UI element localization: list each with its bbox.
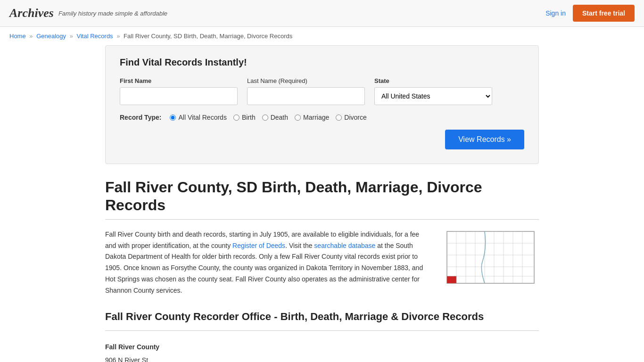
- view-records-button[interactable]: View Records »: [445, 130, 524, 149]
- breadcrumb-vital-records[interactable]: Vital Records: [77, 33, 113, 40]
- content-area: Fall River County birth and death record…: [105, 229, 539, 296]
- search-btn-row: View Records »: [120, 130, 524, 149]
- page-title: Fall River County, SD Birth, Death, Marr…: [105, 178, 539, 214]
- searchable-database-link[interactable]: searchable database: [314, 242, 375, 249]
- record-type-radio-group: All Vital Records Birth Death Marriage D…: [170, 114, 366, 121]
- record-type-death[interactable]: Death: [262, 114, 288, 121]
- svg-rect-13: [447, 276, 456, 283]
- sd-map: [445, 229, 539, 296]
- site-tagline: Family history made simple & affordable: [58, 10, 167, 17]
- radio-all[interactable]: [170, 115, 176, 121]
- office-name: Fall River County: [105, 343, 159, 351]
- record-type-divorce[interactable]: Divorce: [336, 114, 366, 121]
- record-type-label: Record Type:: [120, 114, 161, 121]
- radio-divorce[interactable]: [336, 115, 342, 121]
- register-of-deeds-link[interactable]: Register of Deeds: [232, 242, 285, 249]
- start-trial-button[interactable]: Start free trial: [573, 5, 635, 22]
- recorder-divider: [105, 330, 539, 331]
- title-divider: [105, 219, 539, 220]
- breadcrumb-genealogy[interactable]: Genealogy: [36, 33, 66, 40]
- last-name-input[interactable]: [247, 87, 365, 105]
- breadcrumb: Home » Genealogy » Vital Records » Fall …: [0, 27, 644, 45]
- first-name-label: First Name: [120, 77, 238, 84]
- site-logo: Archives: [9, 6, 54, 20]
- last-name-label: Last Name (Required): [247, 77, 365, 84]
- search-fields: First Name Last Name (Required) State Al…: [120, 77, 524, 105]
- last-name-group: Last Name (Required): [247, 77, 365, 105]
- state-group: State All United States Alabama Alaska A…: [374, 77, 492, 105]
- first-name-group: First Name: [120, 77, 238, 105]
- radio-marriage[interactable]: [295, 115, 301, 121]
- record-type-all[interactable]: All Vital Records: [170, 114, 226, 121]
- breadcrumb-sep-1: »: [29, 33, 33, 40]
- breadcrumb-current: Fall River County, SD Birth, Death, Marr…: [124, 33, 292, 40]
- state-map-svg: [445, 229, 539, 286]
- sign-in-link[interactable]: Sign in: [545, 9, 566, 17]
- record-type-row: Record Type: All Vital Records Birth Dea…: [120, 114, 524, 121]
- site-header: Archives Family history made simple & af…: [0, 0, 644, 27]
- first-name-input[interactable]: [120, 87, 238, 105]
- header-left: Archives Family history made simple & af…: [9, 6, 167, 20]
- search-box: Find Vital Records Instantly! First Name…: [105, 45, 539, 164]
- breadcrumb-sep-2: »: [70, 33, 73, 40]
- address1: 906 N River St: [105, 354, 539, 362]
- breadcrumb-home[interactable]: Home: [9, 33, 26, 40]
- state-select[interactable]: All United States Alabama Alaska Arizona…: [374, 87, 492, 105]
- radio-death[interactable]: [262, 115, 268, 121]
- state-label: State: [374, 77, 492, 84]
- body-text: Fall River County birth and death record…: [105, 229, 430, 296]
- contact-info: Fall River County 906 N River St Hot Spr…: [105, 340, 539, 362]
- radio-birth[interactable]: [233, 115, 239, 121]
- record-type-birth[interactable]: Birth: [233, 114, 256, 121]
- breadcrumb-sep-3: »: [116, 33, 120, 40]
- main-content: Find Vital Records Instantly! First Name…: [96, 45, 548, 362]
- record-type-marriage[interactable]: Marriage: [295, 114, 329, 121]
- header-right: Sign in Start free trial: [545, 5, 635, 22]
- search-title: Find Vital Records Instantly!: [120, 57, 524, 68]
- svg-rect-0: [447, 231, 534, 283]
- recorder-title: Fall River County Recorder Office - Birt…: [105, 311, 539, 323]
